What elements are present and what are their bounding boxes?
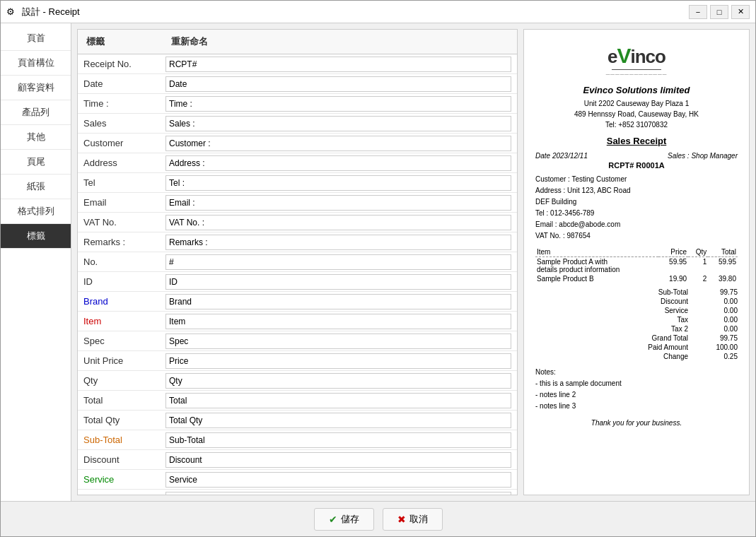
label-customer: Customer	[78, 135, 163, 151]
label-tel: Tel	[78, 175, 163, 191]
input-vat[interactable]	[165, 215, 511, 230]
input-total[interactable]	[165, 393, 511, 408]
input-unit-price[interactable]	[165, 353, 511, 369]
col-qty: Qty	[688, 247, 708, 257]
label-email: Email	[78, 194, 163, 211]
col-item: Item	[535, 247, 658, 257]
logo-text: eVinco	[535, 44, 738, 68]
item-price: 59.95	[658, 257, 688, 275]
sidebar-item-labels[interactable]: 標籤	[1, 224, 71, 249]
total-tax: Tax 0.00	[535, 315, 738, 324]
cross-icon: ✖	[397, 514, 406, 525]
input-receipt-no[interactable]	[165, 57, 511, 72]
receipt-notes: Notes: - this is a sample document - not…	[535, 367, 738, 412]
label-sub-total: Sub-Total	[78, 432, 163, 448]
table-row: Total	[78, 391, 517, 411]
table-row: ID	[78, 272, 517, 292]
input-date[interactable]	[165, 76, 511, 92]
table-row: Time :	[78, 94, 517, 114]
receipt-preview: eVinco ───────────── Evinco Solutions li…	[535, 44, 738, 427]
input-sales[interactable]	[165, 116, 511, 131]
table-row: Total Qty	[78, 411, 517, 430]
close-button[interactable]: ✕	[731, 5, 750, 19]
total-change: Change 0.25	[535, 352, 738, 361]
save-button[interactable]: ✔ 儲存	[314, 508, 374, 531]
input-brand[interactable]	[165, 294, 511, 309]
receipt-customer-info: Customer : Testing Customer Address : Un…	[535, 174, 738, 242]
input-time[interactable]	[165, 96, 511, 112]
logo-tagline: ─────────────	[535, 71, 738, 78]
receipt-meta: Date 2023/12/11 Sales : Shop Manager	[535, 152, 738, 160]
sidebar-item-footer[interactable]: 頁尾	[1, 150, 71, 175]
table-row: Date	[78, 74, 517, 94]
input-sub-total[interactable]	[165, 432, 511, 448]
cancel-button[interactable]: ✖ 取消	[383, 508, 443, 531]
table-row: Customer	[78, 134, 517, 153]
receipt-id: RCPT# R0001A	[535, 161, 738, 170]
labels-panel: 標籤 重新命名 Receipt No. Date Time :	[77, 29, 518, 495]
table-row: Sales	[78, 114, 517, 134]
table-row: No.	[78, 252, 517, 272]
table-row: Address	[78, 153, 517, 173]
label-total-qty: Total Qty	[78, 412, 163, 428]
maximize-button[interactable]: □	[710, 5, 728, 19]
label-no: No.	[78, 254, 163, 270]
minimize-button[interactable]: −	[689, 5, 707, 19]
input-address[interactable]	[165, 155, 511, 171]
table-row: Tax	[78, 490, 517, 495]
label-date: Date	[78, 76, 163, 92]
header-rename-col: 重新命名	[168, 33, 511, 51]
input-email[interactable]	[165, 195, 511, 211]
total-service: Service 0.00	[535, 306, 738, 315]
input-total-qty[interactable]	[165, 413, 511, 428]
label-receipt-no: Receipt No.	[78, 56, 163, 72]
label-id: ID	[78, 273, 163, 290]
label-tax: Tax	[78, 491, 163, 495]
table-row: Sub-Total	[78, 430, 517, 450]
sidebar-item-paper[interactable]: 紙張	[1, 175, 71, 199]
sidebar-item-format[interactable]: 格式排列	[1, 199, 71, 224]
label-service: Service	[78, 471, 163, 488]
input-service[interactable]	[165, 472, 511, 488]
sidebar-item-customer[interactable]: 顧客資料	[1, 76, 71, 100]
label-brand: Brand	[78, 293, 163, 309]
table-row: Receipt No.	[78, 54, 517, 74]
input-id[interactable]	[165, 274, 511, 290]
total-paid: Paid Amount 100.00	[535, 343, 738, 352]
input-item[interactable]	[165, 314, 511, 329]
sidebar-item-products[interactable]: 產品列	[1, 100, 71, 125]
input-no[interactable]	[165, 254, 511, 270]
title-bar: ⚙ 設計 - Receipt − □ ✕	[1, 1, 755, 23]
label-sales: Sales	[78, 115, 163, 131]
item-total: 39.80	[708, 274, 738, 283]
col-total: Total	[708, 247, 738, 257]
input-tax[interactable]	[165, 492, 511, 496]
company-name: Evinco Solutions limited	[535, 85, 738, 95]
total-subtotal: Sub-Total 99.75	[535, 288, 738, 297]
table-row: Service	[78, 470, 517, 490]
input-discount[interactable]	[165, 452, 511, 468]
label-discount: Discount	[78, 452, 163, 468]
receipt-title: Sales Receipt	[535, 136, 738, 146]
sidebar-item-layout[interactable]: 頁首構位	[1, 51, 71, 76]
table-row: Item	[78, 312, 517, 331]
checkmark-icon: ✔	[329, 514, 337, 525]
input-remarks[interactable]	[165, 235, 511, 250]
label-remarks: Remarks :	[78, 234, 163, 250]
item-qty: 1	[688, 257, 708, 275]
sidebar-item-home[interactable]: 頁首	[1, 26, 71, 51]
total-grand: Grand Total 99.75	[535, 334, 738, 343]
footer: ✔ 儲存 ✖ 取消	[1, 501, 755, 536]
item-qty: 2	[688, 274, 708, 283]
input-customer[interactable]	[165, 136, 511, 151]
label-item: Item	[78, 313, 163, 329]
input-qty[interactable]	[165, 373, 511, 389]
title-controls: − □ ✕	[689, 5, 750, 19]
sidebar-item-other[interactable]: 其他	[1, 125, 71, 150]
receipt-thanks: Thank you for your business.	[535, 419, 738, 427]
main-window: ⚙ 設計 - Receipt − □ ✕ 頁首 頁首構位 顧客資料 產品列 其他…	[0, 0, 756, 537]
app-icon: ⚙	[6, 6, 18, 18]
list-item: Sample Product B 19.90 2 39.80	[535, 274, 738, 283]
input-tel[interactable]	[165, 175, 511, 191]
input-spec[interactable]	[165, 334, 511, 349]
